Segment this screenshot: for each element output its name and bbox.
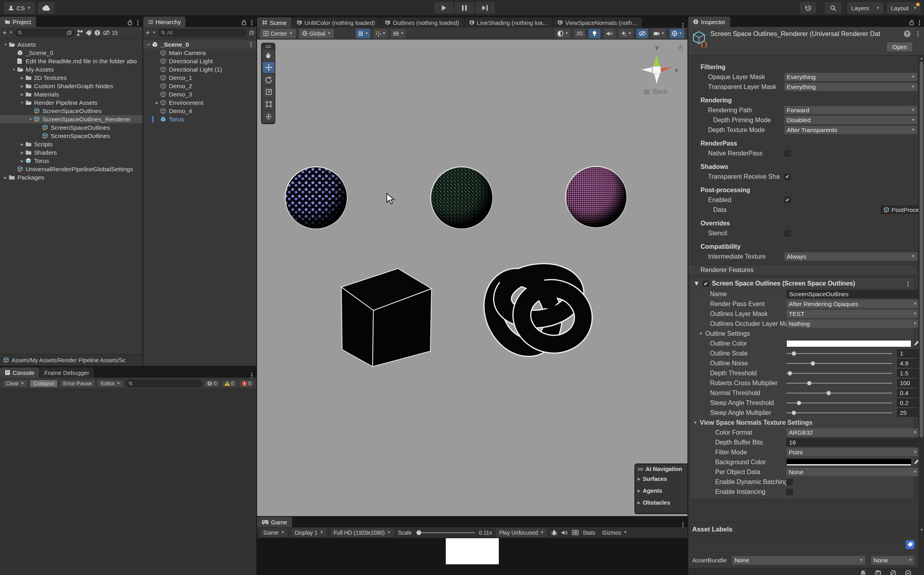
ai-nav-item-surfaces[interactable]: ▶Surfaces [635,473,687,485]
render-pass-event-dropdown[interactable]: After Rendering Opaques▼ [786,300,919,308]
steep-angle-threshold-slider[interactable] [786,403,892,403]
open-search-window-icon[interactable] [67,30,72,35]
transparent-layer-mask-dropdown[interactable]: Everything▼ [784,83,917,91]
enable-instancing-checkbox[interactable] [786,489,793,495]
game-display-target-dropdown[interactable]: Display 1▼ [292,528,327,537]
scene-camera-dropdown[interactable]: ▼ [651,29,666,38]
sphere-dotted[interactable] [285,167,347,229]
transform-tool-button[interactable] [263,111,275,122]
cube-object[interactable] [341,269,432,367]
foldout-closed-icon[interactable]: ▶ [19,151,25,155]
open-search-window-icon[interactable] [249,30,254,35]
hierarchy-tree-row[interactable]: Demo_2 [143,82,256,90]
overlay-drag-handle-icon[interactable] [638,468,643,471]
filter-by-label-icon[interactable] [85,30,92,36]
create-object-button[interactable]: + [146,28,150,37]
add-asset-button[interactable]: + [2,28,7,37]
foldout-open-icon[interactable]: ▼ [146,43,152,47]
project-tree-row[interactable]: ScreenSpaceOutlines [0,132,142,140]
project-tree-row[interactable]: ▶Scripts [0,140,142,148]
foldout-row[interactable]: ▼Outline Settings [690,329,913,339]
asset-menu-icon[interactable] [917,33,918,34]
scene-menu-icon[interactable] [250,44,252,45]
slider-value-field[interactable]: 1.5 [897,369,919,377]
depth-texture-mode-dropdown[interactable]: After Transparents▼ [784,126,917,134]
console-error-badge[interactable]: 0 [239,380,254,388]
project-tree-row[interactable]: ▼Render Pipeline Assets [0,98,142,107]
feature-enabled-checkbox[interactable]: ✔ [703,281,709,287]
project-tree-row[interactable]: _Scene_0 [0,49,142,57]
project-tree-row[interactable]: UniversalRenderPipelineGlobalSettings [0,165,142,173]
tab-unlitcolor[interactable]: UnlitColor (nothing loaded) [292,17,380,28]
hierarchy-tree-row[interactable]: Torus [143,115,256,123]
account-button[interactable]: CS ▼ [4,2,35,14]
hierarchy-tree-row[interactable]: ▶Environment [143,98,256,107]
open-button[interactable]: Open [886,42,913,52]
hierarchy-tree-row[interactable]: Demo_1 [143,74,256,82]
normal-threshold-slider[interactable] [786,393,892,393]
step-button[interactable] [475,2,495,14]
move-tool-button[interactable] [263,62,275,73]
gizmo-back-button[interactable]: Back [644,88,668,96]
scene-audio-toggle[interactable] [604,29,615,38]
grid-snapping-toggle[interactable]: ▼ [356,29,370,38]
foldout-closed-icon[interactable]: ▶ [154,101,160,105]
lock-icon[interactable] [242,20,246,25]
transparent-receive-sha-checkbox[interactable]: ✔ [784,174,791,180]
feature-menu-icon[interactable] [907,283,909,284]
foldout-closed-icon[interactable]: ▶ [19,84,25,88]
slider-value-field[interactable]: 25 [897,409,919,417]
game-play-mode-dropdown[interactable]: Play Unfocused▼ [496,528,547,537]
game-scale-slider[interactable] [416,532,475,533]
inspector-menu-icon[interactable] [919,22,920,23]
hierarchy-tree-row[interactable]: Demo_4 [143,107,256,115]
tab-viewspacenormals[interactable]: ViewSpaceNormals (noth... [553,17,642,28]
layers-dropdown[interactable]: Layers ▼ [847,2,884,14]
notifications-muted-icon[interactable] [860,570,866,575]
layout-dropdown[interactable]: Layout ▼ [887,2,921,14]
help-icon[interactable]: ? [904,30,911,37]
filter-by-type-icon[interactable] [77,30,83,36]
game-render-area[interactable] [257,538,687,575]
background-color-swatch[interactable] [786,459,911,466]
slider-knob[interactable] [788,371,792,376]
console-warning-badge[interactable]: 0 [222,380,237,388]
tab-game[interactable]: Game [257,517,292,527]
hierarchy-tree-row[interactable]: Directional Light (1) [143,65,256,74]
inspector-scrollbar[interactable]: ▲ ▼ [918,55,924,575]
sphere-grid[interactable] [566,166,627,227]
project-tree-row[interactable]: ▼Assets [0,40,142,49]
global-search-button[interactable] [825,2,841,14]
hierarchy-menu-icon[interactable] [251,22,252,23]
enable-dynamic-batching-checkbox[interactable] [786,479,793,485]
project-tree-row[interactable]: ▶Shaders [0,148,142,157]
ai-nav-item-obstacles[interactable]: ▶Obstacles [635,497,687,509]
scroll-up-icon[interactable]: ▲ [919,56,924,60]
slider-knob[interactable] [810,361,815,366]
rotate-tool-button[interactable] [263,74,275,85]
depth-threshold-slider[interactable] [786,373,892,374]
project-tree-row[interactable]: ▶Packages [0,173,142,182]
outline-noise-slider[interactable] [786,363,892,364]
console-log-area[interactable] [0,390,256,575]
foldout-closed-icon[interactable]: ▶ [19,93,25,96]
native-renderpass-checkbox[interactable] [784,150,791,157]
hidden-count-eye-icon[interactable]: 15 [103,30,118,36]
project-tree-row[interactable]: Edit the ReadMe.md file in the folder ab… [0,57,142,65]
console-info-badge[interactable]: 0 [204,380,219,388]
assetbundle-name-dropdown[interactable]: None▼ [732,556,865,565]
lock-icon[interactable] [909,20,914,25]
project-menu-icon[interactable] [137,22,138,23]
roberts-cross-multiplier-slider[interactable] [786,383,892,384]
foldout-open-icon[interactable]: ▼ [19,101,25,105]
scroll-down-icon[interactable]: ▼ [919,528,924,532]
filter-mode-dropdown[interactable]: Point▼ [786,448,919,456]
project-tree-row[interactable]: ▼My Assets [0,65,142,74]
project-tree-row[interactable]: ScreenSpaceOutlines [0,107,142,115]
error-pause-button[interactable]: Error Pause [60,380,95,388]
overlay-drag-handle[interactable] [263,45,274,49]
slider-knob[interactable] [791,351,796,356]
foldout-closed-icon[interactable]: ▶ [19,76,25,80]
sphere-speckled[interactable] [431,167,492,229]
gizmo-lock-icon[interactable] [678,45,684,50]
